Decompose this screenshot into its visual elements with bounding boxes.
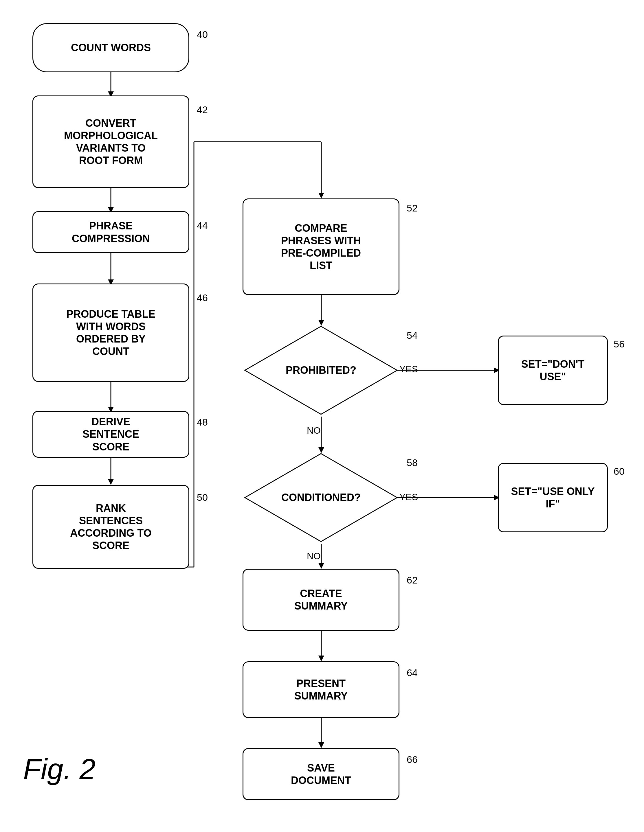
save-document-label: SAVE DOCUMENT bbox=[291, 762, 351, 787]
set-dont-use-box: SET="DON'T USE" bbox=[498, 336, 608, 405]
create-summary-id: 62 bbox=[407, 574, 418, 586]
rank-sentences-label: RANK SENTENCES ACCORDING TO SCORE bbox=[70, 502, 151, 552]
convert-morph-id: 42 bbox=[197, 104, 208, 115]
produce-table-id: 46 bbox=[197, 292, 208, 304]
count-words-box: COUNT WORDS bbox=[32, 23, 189, 72]
set-use-only-box: SET="USE ONLY IF" bbox=[498, 463, 608, 532]
prohibited-id: 54 bbox=[407, 330, 418, 341]
compare-phrases-box: COMPARE PHRASES WITH PRE-COMPILED LIST bbox=[243, 198, 399, 295]
prohibited-yes-label: YES bbox=[399, 364, 418, 374]
phrase-compression-label: PHRASE COMPRESSION bbox=[72, 219, 150, 245]
present-summary-label: PRESENT SUMMARY bbox=[294, 677, 348, 702]
derive-sentence-id: 48 bbox=[197, 417, 208, 428]
figure-label: Fig. 2 bbox=[23, 752, 96, 786]
count-words-id: 40 bbox=[197, 29, 208, 40]
set-use-only-id: 60 bbox=[614, 466, 625, 477]
produce-table-label: PRODUCE TABLE WITH WORDS ORDERED BY COUN… bbox=[66, 308, 155, 358]
svg-marker-28 bbox=[319, 742, 324, 748]
conditioned-yes-label: YES bbox=[399, 492, 418, 502]
flowchart-diagram: COUNT WORDS 40 CONVERT MORPHOLOGICAL VAR… bbox=[0, 0, 644, 832]
svg-marker-9 bbox=[108, 479, 114, 485]
phrase-compression-box: PHRASE COMPRESSION bbox=[32, 211, 189, 253]
svg-marker-13 bbox=[319, 193, 324, 198]
derive-sentence-label: DERIVE SENTENCE SCORE bbox=[82, 415, 139, 453]
convert-morph-box: CONVERT MORPHOLOGICAL VARIANTS TO ROOT F… bbox=[32, 96, 189, 188]
prohibited-diamond: PROHIBITED? bbox=[243, 324, 399, 417]
prohibited-label: PROHIBITED? bbox=[286, 364, 356, 376]
count-words-label: COUNT WORDS bbox=[71, 42, 151, 54]
create-summary-box: CREATE SUMMARY bbox=[243, 569, 399, 630]
save-document-id: 66 bbox=[407, 754, 418, 765]
derive-sentence-box: DERIVE SENTENCE SCORE bbox=[32, 411, 189, 458]
create-summary-label: CREATE SUMMARY bbox=[294, 587, 348, 612]
rank-sentences-box: RANK SENTENCES ACCORDING TO SCORE bbox=[32, 485, 189, 569]
produce-table-box: PRODUCE TABLE WITH WORDS ORDERED BY COUN… bbox=[32, 283, 189, 382]
present-summary-id: 64 bbox=[407, 667, 418, 678]
compare-phrases-label: COMPARE PHRASES WITH PRE-COMPILED LIST bbox=[281, 222, 361, 272]
set-use-only-label: SET="USE ONLY IF" bbox=[511, 485, 595, 510]
conditioned-label: CONDITIONED? bbox=[281, 491, 360, 504]
set-dont-use-label: SET="DON'T USE" bbox=[521, 358, 585, 383]
conditioned-no-label: NO bbox=[307, 551, 321, 562]
svg-marker-26 bbox=[319, 656, 324, 661]
conditioned-id: 58 bbox=[407, 457, 418, 468]
prohibited-no-label: NO bbox=[307, 425, 321, 436]
phrase-compression-id: 44 bbox=[197, 220, 208, 231]
save-document-box: SAVE DOCUMENT bbox=[243, 748, 399, 800]
conditioned-diamond: CONDITIONED? bbox=[243, 451, 399, 544]
convert-morph-label: CONVERT MORPHOLOGICAL VARIANTS TO ROOT F… bbox=[64, 117, 158, 167]
compare-phrases-id: 52 bbox=[407, 203, 418, 214]
svg-marker-24 bbox=[319, 563, 324, 569]
rank-sentences-id: 50 bbox=[197, 492, 208, 503]
present-summary-box: PRESENT SUMMARY bbox=[243, 661, 399, 718]
set-dont-use-id: 56 bbox=[614, 338, 625, 350]
